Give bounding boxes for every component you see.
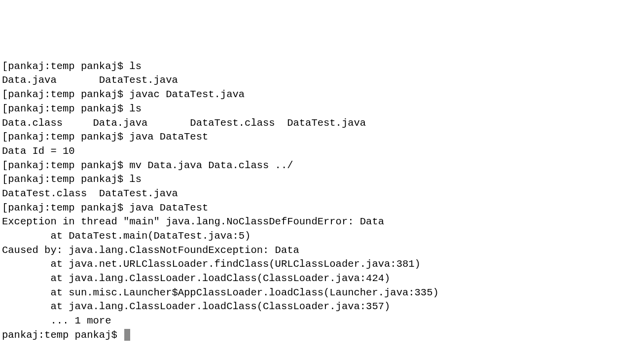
terminal-line: Caused by: java.lang.ClassNotFoundExcept… <box>2 245 299 256</box>
terminal-line: Data.java DataTest.java <box>2 74 178 86</box>
terminal-line: Data Id = 10 <box>2 145 75 157</box>
terminal-line: at sun.misc.Launcher$AppClassLoader.load… <box>2 287 439 298</box>
cursor-icon <box>124 329 130 341</box>
terminal-line: [pankaj:temp pankaj$ ls <box>2 174 142 185</box>
terminal-line: Data.class Data.java DataTest.class Data… <box>2 117 366 129</box>
terminal-prompt: pankaj:temp pankaj$ <box>2 329 123 341</box>
terminal-line: at java.lang.ClassLoader.loadClass(Class… <box>2 301 390 312</box>
terminal-line: [pankaj:temp pankaj$ javac DataTest.java <box>2 89 245 100</box>
terminal-line: Exception in thread "main" java.lang.NoC… <box>2 216 384 227</box>
terminal-line: DataTest.class DataTest.java <box>2 188 178 199</box>
terminal-line: at java.net.URLClassLoader.findClass(URL… <box>2 258 421 270</box>
terminal-line: [pankaj:temp pankaj$ mv Data.java Data.c… <box>2 160 293 171</box>
terminal-line: [pankaj:temp pankaj$ java DataTest <box>2 202 208 214</box>
terminal-line: [pankaj:temp pankaj$ ls <box>2 103 142 114</box>
terminal-output[interactable]: [pankaj:temp pankaj$ ls Data.java DataTe… <box>2 60 642 343</box>
terminal-line: [pankaj:temp pankaj$ ls <box>2 61 142 72</box>
terminal-line: ... 1 more <box>2 315 111 326</box>
terminal-line: [pankaj:temp pankaj$ java DataTest <box>2 131 208 143</box>
terminal-line: at DataTest.main(DataTest.java:5) <box>2 230 250 242</box>
terminal-line: at java.lang.ClassLoader.loadClass(Class… <box>2 273 390 284</box>
